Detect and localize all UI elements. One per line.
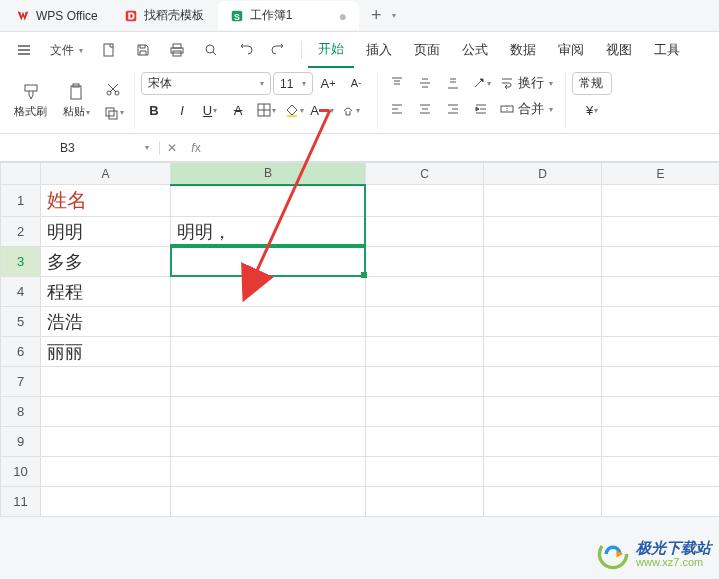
svg-rect-16 <box>287 115 297 117</box>
file-menu[interactable]: 文件 ▾ <box>42 36 91 65</box>
align-center-button[interactable] <box>412 98 438 120</box>
copy-button[interactable]: ▾ <box>100 102 126 124</box>
menu-page[interactable]: 页面 <box>404 33 450 67</box>
row-header[interactable]: 2 <box>1 217 41 247</box>
svg-rect-14 <box>109 111 117 119</box>
font-color-button[interactable]: A▾ <box>309 99 335 121</box>
italic-button[interactable]: I <box>169 99 195 121</box>
watermark-logo-icon <box>596 537 630 571</box>
select-all-corner[interactable] <box>1 163 41 185</box>
tab-label: WPS Office <box>36 9 98 23</box>
svg-rect-17 <box>319 109 329 112</box>
align-left-button[interactable] <box>384 98 410 120</box>
row-header[interactable]: 3 <box>1 247 41 277</box>
cell-B1[interactable] <box>171 185 366 217</box>
svg-rect-0 <box>126 10 137 21</box>
tab-workbook[interactable]: S 工作簿1 ● <box>218 1 359 30</box>
watermark-title: 极光下载站 <box>636 540 711 557</box>
menu-formula[interactable]: 公式 <box>452 33 498 67</box>
menu-home[interactable]: 开始 <box>308 32 354 68</box>
align-right-button[interactable] <box>440 98 466 120</box>
menu-review[interactable]: 审阅 <box>548 33 594 67</box>
menu-insert[interactable]: 插入 <box>356 33 402 67</box>
ribbon: 格式刷 粘贴▾ ▾ 宋体▾ 11▾ A+ A- B I U▾ A ▾ ▾ A▾ … <box>0 68 719 134</box>
borders-button[interactable]: ▾ <box>253 99 279 121</box>
menu-view[interactable]: 视图 <box>596 33 642 67</box>
watermark: 极光下载站 www.xz7.com <box>596 537 711 571</box>
number-group: 常规 ¥▾ <box>572 72 620 129</box>
cell-B2[interactable]: 明明， <box>171 217 366 247</box>
strikethrough-button[interactable]: A <box>225 99 251 121</box>
menu-data[interactable]: 数据 <box>500 33 546 67</box>
save-button[interactable] <box>127 36 159 64</box>
col-header-C[interactable]: C <box>366 163 484 185</box>
merge-button[interactable]: 合并▾ <box>496 98 557 120</box>
name-box[interactable]: B3▾ <box>50 141 160 155</box>
font-name-select[interactable]: 宋体▾ <box>141 72 271 95</box>
clear-format-button[interactable]: ▾ <box>337 99 363 121</box>
cell-A4[interactable]: 程程 <box>41 277 171 307</box>
align-top-button[interactable] <box>384 72 410 94</box>
row-header[interactable]: 1 <box>1 185 41 217</box>
cell-A3[interactable]: 多多 <box>41 247 171 277</box>
menu-tools[interactable]: 工具 <box>644 33 690 67</box>
print-button[interactable] <box>161 36 193 64</box>
chevron-down-icon[interactable]: ▾ <box>392 11 396 20</box>
fill-color-button[interactable]: ▾ <box>281 99 307 121</box>
format-painter-button[interactable]: 格式刷 <box>8 78 53 123</box>
row-header[interactable]: 9 <box>1 427 41 457</box>
paste-button[interactable]: 粘贴▾ <box>57 78 96 123</box>
align-bottom-button[interactable] <box>440 72 466 94</box>
svg-point-7 <box>206 45 214 53</box>
bold-button[interactable]: B <box>141 99 167 121</box>
row-header[interactable]: 4 <box>1 277 41 307</box>
redo-button[interactable] <box>263 36 295 64</box>
tab-label: 找稻壳模板 <box>144 7 204 24</box>
cancel-formula-button[interactable]: ✕ <box>160 141 184 155</box>
col-header-A[interactable]: A <box>41 163 171 185</box>
font-size-select[interactable]: 11▾ <box>273 72 313 95</box>
close-icon[interactable]: ● <box>338 8 346 24</box>
decrease-font-button[interactable]: A- <box>343 72 369 94</box>
cell-A6[interactable]: 丽丽 <box>41 337 171 367</box>
cut-button[interactable] <box>100 78 126 100</box>
underline-button[interactable]: U▾ <box>197 99 223 121</box>
docer-icon <box>124 9 138 23</box>
hamburger-button[interactable] <box>8 36 40 64</box>
col-header-E[interactable]: E <box>602 163 720 185</box>
preview-button[interactable] <box>195 36 227 64</box>
align-middle-button[interactable] <box>412 72 438 94</box>
svg-rect-13 <box>106 108 114 116</box>
currency-button[interactable]: ¥▾ <box>579 99 605 121</box>
number-format-select[interactable]: 常规 <box>572 72 612 95</box>
watermark-url: www.xz7.com <box>636 556 711 568</box>
row-header[interactable]: 11 <box>1 487 41 517</box>
orientation-button[interactable]: ▾ <box>468 72 494 94</box>
undo-button[interactable] <box>229 36 261 64</box>
indent-button[interactable] <box>468 98 494 120</box>
col-header-B[interactable]: B <box>171 163 366 185</box>
cell-B3[interactable] <box>171 247 366 277</box>
cell-A5[interactable]: 浩浩 <box>41 307 171 337</box>
row-header[interactable]: 10 <box>1 457 41 487</box>
increase-font-button[interactable]: A+ <box>315 72 341 94</box>
wrap-text-button[interactable]: 换行▾ <box>496 72 557 94</box>
new-button[interactable] <box>93 36 125 64</box>
add-tab-button[interactable]: + <box>361 5 392 26</box>
font-group: 宋体▾ 11▾ A+ A- B I U▾ A ▾ ▾ A▾ ▾ <box>141 72 378 129</box>
cell-A1[interactable]: 姓名 <box>41 185 171 217</box>
tab-wps-office[interactable]: WPS Office <box>4 3 110 29</box>
svg-rect-8 <box>25 85 37 91</box>
fx-button[interactable]: fx <box>184 141 208 155</box>
row-header[interactable]: 5 <box>1 307 41 337</box>
row-header[interactable]: 8 <box>1 397 41 427</box>
row-header[interactable]: 7 <box>1 367 41 397</box>
formula-bar: B3▾ ✕ fx <box>0 134 719 162</box>
svg-text:S: S <box>234 11 240 21</box>
tab-label: 工作簿1 <box>250 7 293 24</box>
tab-docer[interactable]: 找稻壳模板 <box>112 1 216 30</box>
cell-A2[interactable]: 明明 <box>41 217 171 247</box>
row-header[interactable]: 6 <box>1 337 41 367</box>
svg-rect-9 <box>71 86 81 99</box>
col-header-D[interactable]: D <box>484 163 602 185</box>
